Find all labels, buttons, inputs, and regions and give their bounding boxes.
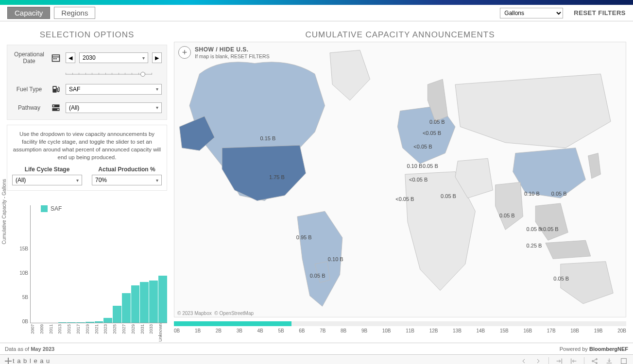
- calendar-icon: [50, 52, 62, 64]
- tab-capacity[interactable]: Capacity: [7, 7, 50, 19]
- bar: [122, 293, 131, 323]
- op-date-prev-button[interactable]: ◀: [66, 52, 75, 63]
- world-map[interactable]: + SHOW / HIDE U.S. If map is blank, RESE…: [174, 42, 626, 317]
- pathway-label: Pathway: [12, 104, 46, 111]
- reset-filters-button[interactable]: RESET FILTERS: [574, 9, 626, 17]
- bar: [67, 322, 76, 323]
- bar: [58, 322, 67, 323]
- forward-icon[interactable]: [534, 357, 543, 364]
- y-axis-label: Cumulative Capacity - Gallons: [1, 179, 7, 244]
- svg-point-11: [596, 358, 598, 360]
- bar: [76, 322, 85, 323]
- bar: [149, 281, 158, 323]
- bar-chart: SAF Cumulative Capacity - Gallons 0B 5B …: [7, 205, 167, 343]
- bar: [86, 322, 94, 323]
- scale-bar: 0B1B2B3B4B5B6B7B8B9B10B11B12B13B14B15B16…: [174, 321, 626, 341]
- map-title: CUMULATIVE CAPACITY ANNOUNCEMENTS: [174, 30, 626, 40]
- show-hide-text: SHOW / HIDE U.S. If map is blank, RESET …: [195, 46, 270, 60]
- op-date-dropdown[interactable]: 2030: [79, 52, 148, 63]
- back-icon[interactable]: [519, 357, 528, 364]
- bar: [103, 318, 112, 323]
- actualprod-dropdown[interactable]: 70%: [92, 175, 162, 185]
- bar: [95, 321, 103, 323]
- op-date-label: Operational Date: [12, 51, 46, 65]
- op-date-slider[interactable]: [66, 72, 162, 77]
- map-attribution: © 2023 Mapbox © OpenStreetMap: [177, 311, 254, 316]
- fuel-type-dropdown[interactable]: SAF: [66, 84, 162, 95]
- powered-by: Powered by BloombergNEF: [560, 346, 628, 352]
- download-icon[interactable]: [605, 357, 614, 364]
- svg-rect-13: [621, 358, 627, 364]
- svg-rect-0: [52, 55, 60, 62]
- share-icon[interactable]: [590, 357, 599, 364]
- op-date-next-button[interactable]: ▶: [152, 52, 162, 63]
- lifecycle-label: Life Cycle Stage: [12, 166, 82, 173]
- filters-panel: Operational Date ◀ 2030 ▶ Fuel Type SAF: [7, 45, 167, 120]
- tab-regions[interactable]: Regions: [54, 7, 95, 19]
- show-hide-us-button[interactable]: +: [178, 46, 191, 59]
- svg-point-10: [592, 360, 594, 362]
- revert-icon[interactable]: [569, 357, 578, 364]
- pathway-dropdown[interactable]: (All): [66, 102, 162, 113]
- svg-rect-2: [53, 58, 55, 60]
- bar: [131, 285, 140, 323]
- fullscreen-icon[interactable]: [619, 357, 628, 364]
- bar: [140, 282, 149, 323]
- lifecycle-dropdown[interactable]: (All): [12, 175, 82, 185]
- svg-rect-8: [53, 105, 54, 107]
- tableau-logo: t a b l e a u: [5, 357, 50, 364]
- fuel-pump-icon: [50, 83, 62, 95]
- help-panel: Use the dropdown to view capacity announ…: [7, 125, 167, 191]
- svg-rect-9: [57, 109, 59, 110]
- help-text: Use the dropdown to view capacity announ…: [12, 130, 162, 161]
- svg-point-12: [596, 362, 598, 364]
- bar: [113, 306, 121, 323]
- svg-rect-5: [53, 87, 56, 89]
- export-icon[interactable]: [555, 357, 564, 364]
- fuel-type-label: Fuel Type: [12, 86, 46, 93]
- selection-options-title: SELECTION OPTIONS: [7, 30, 167, 40]
- svg-rect-3: [55, 58, 57, 60]
- pathway-icon: [50, 102, 62, 114]
- actualprod-label: Actual Production %: [92, 166, 162, 173]
- unit-select[interactable]: Gallons: [500, 8, 563, 18]
- data-as-of: Data as of May 2023: [5, 346, 54, 352]
- bar: [158, 276, 167, 323]
